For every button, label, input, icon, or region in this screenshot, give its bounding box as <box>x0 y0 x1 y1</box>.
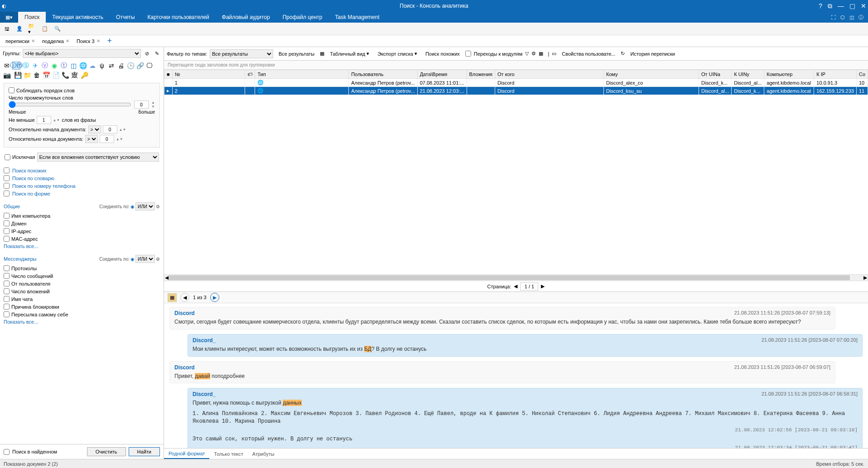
check-blockreason[interactable]: Причина блокировки <box>4 303 160 310</box>
gear-icon[interactable]: ⚙ <box>156 204 160 209</box>
col-comp[interactable]: Компьютер <box>764 70 814 79</box>
share-icon[interactable]: ⇄ <box>107 62 116 70</box>
check-form[interactable]: Поиск по форме <box>4 190 160 197</box>
col-datetime[interactable]: Дата\Время <box>417 70 467 79</box>
expand-icon[interactable]: ⛶ <box>831 14 836 20</box>
spinner2-icon[interactable]: ▲▼ <box>53 118 60 122</box>
col-tuin[interactable]: К UINу <box>732 70 764 79</box>
folder-icon[interactable]: 📁▾ <box>28 25 36 33</box>
history-btn[interactable]: История переписки <box>627 50 678 57</box>
find-button[interactable]: Найти <box>129 447 160 456</box>
app-menu-icon[interactable]: ▦▾ <box>0 12 18 23</box>
vtab-attrs[interactable]: Атрибуты <box>248 449 279 458</box>
tab-task[interactable]: Task Management <box>328 12 386 23</box>
gap-slider[interactable] <box>9 101 131 108</box>
check-phone[interactable]: Поиск по номеру телефона <box>4 182 160 190</box>
tab-profile[interactable]: Профайл центр <box>276 12 329 23</box>
check-msgcount[interactable]: Число сообщений <box>4 272 160 280</box>
filter2-icon[interactable]: ⚙ <box>531 51 536 57</box>
tab-search[interactable]: Поиск <box>18 12 46 23</box>
col-type[interactable]: Тип <box>255 70 349 79</box>
clear-button[interactable]: Очистить <box>87 447 126 456</box>
clear-groups-icon[interactable]: ⊘ <box>143 49 151 57</box>
minimize-icon[interactable]: — <box>838 2 844 10</box>
tab-cards[interactable]: Карточки пользователей <box>141 12 216 23</box>
save-icon[interactable]: 🖫 <box>3 25 11 33</box>
user-props-btn[interactable]: Свойства пользовате... <box>559 50 618 57</box>
trash-icon[interactable]: 🗑 <box>33 71 41 79</box>
usb-icon[interactable]: ψ <box>98 62 106 70</box>
pager-input[interactable] <box>520 282 538 291</box>
search-tab-0[interactable]: переписки✕ <box>2 37 39 46</box>
rel-end-val[interactable] <box>100 135 114 143</box>
check-attcount[interactable]: Число вложений <box>4 287 160 295</box>
tab-activity[interactable]: Текущая активность <box>46 12 110 23</box>
skype-icon[interactable]: Ⓢ <box>22 62 30 70</box>
gear2-icon[interactable]: ⚙ <box>156 257 160 262</box>
col-to[interactable]: Кому <box>604 70 699 79</box>
col-user[interactable]: Пользователь <box>349 70 418 79</box>
similar-btn[interactable]: Поиск похожих <box>423 50 463 57</box>
col-fuin[interactable]: От UINa <box>699 70 732 79</box>
whatsapp-icon[interactable]: ◉ <box>50 62 58 70</box>
rel-start-op[interactable]: > <box>88 125 101 134</box>
pager-prev-icon[interactable]: ◀ <box>514 283 517 289</box>
check-mac[interactable]: MAC-адрес <box>4 235 160 243</box>
filter-type-select[interactable]: Все результаты <box>210 49 273 58</box>
hex-icon[interactable]: ⬡ <box>840 14 845 20</box>
viber-icon[interactable]: ⓥ <box>41 62 49 70</box>
h-scrollbar[interactable]: ◀ ▶ <box>164 274 868 281</box>
groups-select[interactable]: <Не выбрано> <box>23 49 141 58</box>
disk-icon[interactable]: 💾 <box>14 71 22 79</box>
scroll-thumb[interactable] <box>169 275 850 280</box>
observe-order-check[interactable] <box>9 87 14 93</box>
doc-icon[interactable]: 📄 <box>52 71 60 79</box>
messengers-show-all[interactable]: Показать все... <box>4 318 160 325</box>
vtab-native[interactable]: Родной формат <box>164 449 209 459</box>
teams-icon[interactable]: ⓣ <box>60 62 68 70</box>
col-attach[interactable]: Вложения <box>467 70 495 79</box>
col-tag[interactable]: 🏷 <box>245 70 255 79</box>
close-tab-0-icon[interactable]: ✕ <box>31 38 35 43</box>
telegram-icon[interactable]: ✈ <box>31 62 39 70</box>
preview-mode-icon[interactable]: ▦ <box>168 293 177 302</box>
preview-next-icon[interactable]: ▶ <box>210 293 219 302</box>
check-compname[interactable]: Имя компьютера <box>4 212 160 220</box>
cloud-icon[interactable]: ☁ <box>88 62 96 70</box>
table-row[interactable]: ▸2🌐Александр Петров (petrov...21.08.2023… <box>164 87 868 95</box>
im-icon[interactable]: ⓘⓜ <box>12 62 20 70</box>
col-ip[interactable]: К IP <box>814 70 857 79</box>
phone-icon[interactable]: 📞 <box>61 71 69 79</box>
general-show-all[interactable]: Показать все... <box>4 243 160 250</box>
close-tab-2-icon[interactable]: ✕ <box>96 38 100 43</box>
usercard-icon[interactable]: ▭ <box>552 51 556 57</box>
attach-cond-select[interactable]: Если все вложения соответствуют условию <box>37 153 159 162</box>
col-num[interactable]: № <box>172 70 245 79</box>
table-view-btn[interactable]: Табличный вид ▾ <box>327 50 372 57</box>
folder2-icon[interactable]: 📁 <box>23 71 31 79</box>
spinner4-icon[interactable]: ▲▼ <box>116 137 123 141</box>
cam-icon[interactable]: 📷 <box>3 71 11 79</box>
print-icon[interactable]: 🖨 <box>117 62 125 70</box>
goto-modules-check[interactable] <box>465 51 471 57</box>
rel-end-op[interactable]: > <box>85 135 98 143</box>
check-fromuser[interactable]: От пользователя <box>4 280 160 287</box>
edit-groups-icon[interactable]: ✎ <box>153 49 161 57</box>
search-tab-1[interactable]: подделка✕ <box>39 37 73 46</box>
net-icon[interactable]: 🕸 <box>71 71 79 79</box>
clock-icon[interactable]: 🕒 <box>126 62 135 70</box>
spinner-icon[interactable]: ▲▼ <box>151 100 155 109</box>
check-domain[interactable]: Домен <box>4 220 160 227</box>
check-dictionary[interactable]: Поиск по словарю <box>4 174 160 182</box>
at-least-value[interactable] <box>37 116 51 124</box>
filter3-icon[interactable]: ▦ <box>539 51 543 57</box>
screen-icon[interactable]: 🖵 <box>145 62 154 70</box>
rel-start-val[interactable] <box>103 125 117 134</box>
search-tab-2[interactable]: Поиск 3✕ <box>73 37 104 46</box>
check-protocols[interactable]: Протоколы <box>4 264 160 272</box>
spinner3-icon[interactable]: ▲▼ <box>119 128 126 132</box>
col-co[interactable]: Со <box>856 70 868 79</box>
zoom-icon[interactable]: 🔍 <box>53 25 62 33</box>
vtab-text[interactable]: Только текст <box>209 449 248 458</box>
user-icon[interactable]: 👤 <box>15 25 24 33</box>
